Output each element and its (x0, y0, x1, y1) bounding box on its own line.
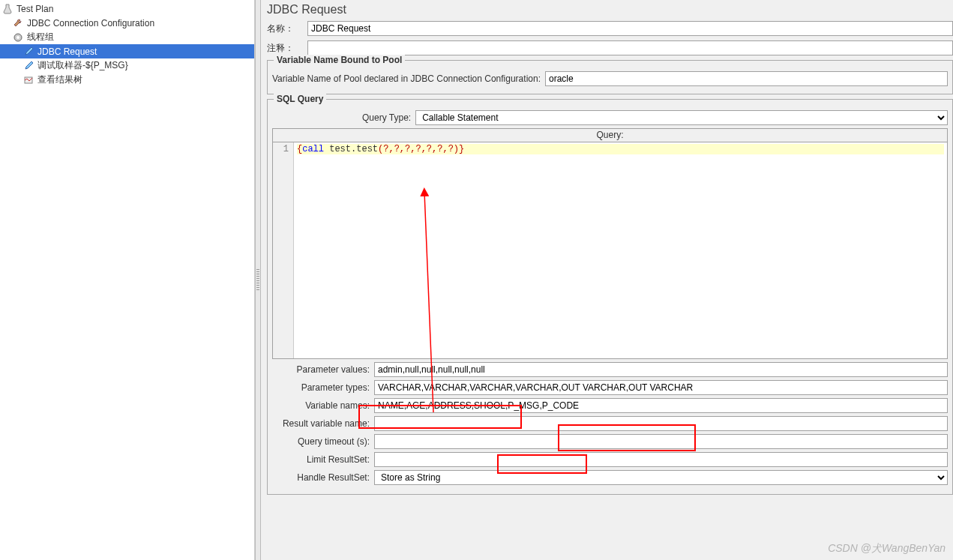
pipette-icon (22, 46, 34, 58)
timeout-input[interactable] (374, 434, 948, 449)
tree-label: 查看结果树 (37, 73, 82, 86)
page-title: JDBC Request (267, 3, 953, 16)
param-types-label: Parameter types: (272, 382, 370, 393)
tree-item-debug-sampler[interactable]: 调试取样器-${P_MSG} (0, 58, 254, 73)
tree-label: 线程组 (27, 31, 54, 43)
editor-content[interactable]: {call test.test(?,?,?,?,?,?,?)} (294, 142, 947, 358)
tree-label: JDBC Connection Configuration (27, 18, 154, 28)
tree-label: 调试取样器-${P_MSG} (37, 59, 128, 72)
tree-label: Test Plan (16, 4, 53, 14)
param-values-input[interactable] (374, 362, 948, 377)
limit-label: Limit ResultSet: (272, 454, 370, 465)
timeout-label: Query timeout (s): (272, 436, 370, 447)
sql-legend: SQL Query (274, 94, 326, 104)
param-values-label: Parameter values: (272, 364, 370, 375)
query-type-select[interactable]: Callable Statement (415, 110, 948, 125)
query-type-label: Query Type: (362, 112, 411, 123)
tree-item-test-plan[interactable]: Test Plan (0, 1, 254, 16)
tree-item-jdbc-connection[interactable]: JDBC Connection Configuration (0, 16, 254, 30)
scope-icon (22, 74, 34, 86)
var-names-input[interactable] (374, 398, 948, 413)
wrench-icon (12, 17, 24, 29)
name-input[interactable] (307, 21, 953, 36)
name-label: 名称： (267, 22, 304, 35)
watermark: CSDN @犬WangBenYan (828, 542, 946, 556)
result-var-label: Result variable name: (272, 418, 370, 429)
param-types-input[interactable] (374, 380, 948, 395)
sql-editor[interactable]: 1 {call test.test(?,?,?,?,?,?,?)} (272, 142, 948, 359)
svg-point-1 (16, 36, 19, 39)
test-plan-tree: Test Plan JDBC Connection Configuration … (0, 0, 255, 560)
tree-item-jdbc-request[interactable]: JDBC Request (0, 44, 254, 58)
tree-item-thread-group[interactable]: 线程组 (0, 30, 254, 44)
pool-legend: Variable Name Bound to Pool (274, 55, 405, 65)
limit-input[interactable] (374, 452, 948, 467)
main-panel: JDBC Request 名称： 注释： Variable Name Bound… (261, 0, 953, 560)
editor-gutter: 1 (273, 142, 294, 358)
beaker-icon (1, 3, 13, 15)
query-column-header: Query: (272, 128, 948, 142)
handle-select[interactable]: Store as String (374, 470, 948, 485)
var-names-label: Variable names: (272, 400, 370, 411)
pool-label: Variable Name of Pool declared in JDBC C… (272, 73, 541, 84)
tree-label: JDBC Request (37, 46, 97, 57)
splitter-handle[interactable] (255, 0, 261, 560)
comment-label: 注释： (267, 42, 304, 55)
sql-groupbox: SQL Query Query Type: Callable Statement… (267, 99, 953, 495)
pool-name-input[interactable] (545, 71, 948, 86)
pipette-icon (22, 60, 34, 72)
pool-groupbox: Variable Name Bound to Pool Variable Nam… (267, 60, 953, 94)
gear-icon (12, 31, 24, 43)
comment-input[interactable] (307, 40, 953, 55)
tree-item-view-results[interactable]: 查看结果树 (0, 73, 254, 87)
handle-label: Handle ResultSet: (272, 472, 370, 483)
result-var-input[interactable] (374, 416, 948, 431)
